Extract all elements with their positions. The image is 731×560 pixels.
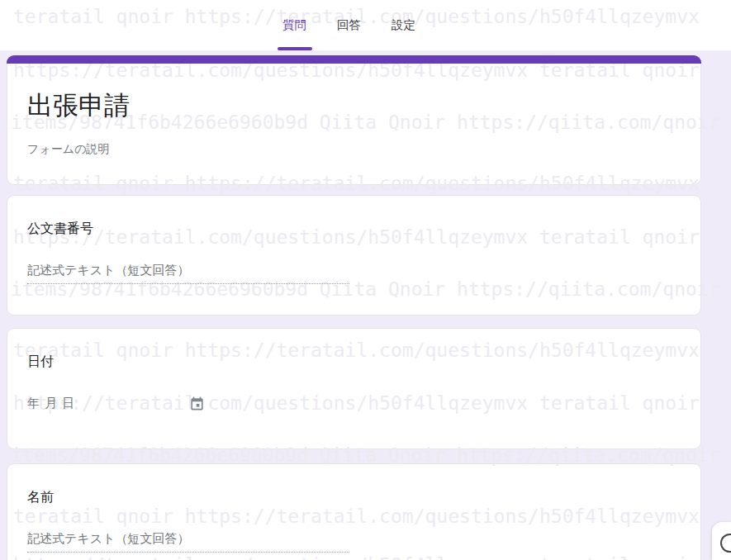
tab-settings[interactable]: 設定: [390, 0, 417, 50]
question-card-date[interactable]: 日付 年 月 日: [7, 328, 701, 449]
tab-settings-label: 設定: [392, 17, 415, 33]
form-accent-bar: [7, 55, 701, 64]
question-title[interactable]: 公文書番号: [27, 221, 681, 237]
question-title[interactable]: 名前: [27, 489, 681, 505]
date-answer-placeholder: 年 月 日: [27, 396, 75, 411]
calendar-icon: [189, 396, 205, 411]
question-card-name[interactable]: 名前 記述式テキスト（短文回答）: [7, 463, 701, 560]
floating-corner-panel: [712, 522, 731, 560]
tab-bar: 質問 回答 設定: [281, 0, 417, 50]
question-title[interactable]: 日付: [27, 354, 681, 370]
tab-responses-label: 回答: [337, 17, 361, 33]
help-circle-icon[interactable]: [720, 534, 731, 553]
tab-questions-label: 質問: [282, 17, 306, 33]
form-title-input[interactable]: 出張申請: [27, 90, 681, 121]
form-editor-header: 質問 回答 設定: [0, 0, 731, 50]
short-answer-placeholder: 記述式テキスト（短文回答）: [27, 531, 349, 553]
active-tab-indicator: [278, 47, 312, 50]
short-answer-placeholder: 記述式テキスト（短文回答）: [27, 263, 349, 284]
tab-responses[interactable]: 回答: [335, 0, 363, 50]
tab-questions[interactable]: 質問: [281, 0, 308, 50]
question-card-document-number[interactable]: 公文書番号 記述式テキスト（短文回答）: [7, 195, 701, 316]
form-description-input[interactable]: フォームの説明: [27, 142, 681, 157]
form-title-card[interactable]: 出張申請 フォームの説明: [7, 55, 701, 185]
form-editor-body: 出張申請 フォームの説明 公文書番号 記述式テキスト（短文回答） 日付 年 月 …: [7, 56, 701, 560]
